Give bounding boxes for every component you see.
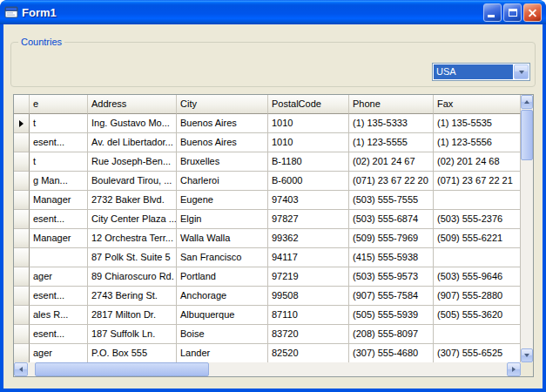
grid-cell[interactable]: Albuquerque [177,306,268,325]
grid-cell[interactable]: (509) 555-7969 [349,229,434,248]
minimize-button[interactable] [483,3,502,22]
grid-cell[interactable]: (503) 555-6874 [349,210,434,229]
grid-cell[interactable] [434,325,521,344]
column-header-fax[interactable]: Fax [434,95,521,114]
grid-cell[interactable]: (907) 555-7584 [349,287,434,306]
grid-cell[interactable]: Manager [30,229,88,248]
grid-cell[interactable]: esent... [30,210,88,229]
grid-cell[interactable]: 187 Suffolk Ln. [88,325,177,344]
grid-cell[interactable]: (071) 23 67 22 20 [349,172,434,191]
grid-cell[interactable]: ager [30,344,88,362]
grid-cell[interactable]: (509) 555-6221 [434,229,521,248]
grid-cell[interactable]: ales R... [30,306,88,325]
grid-cell[interactable]: P.O. Box 555 [88,344,177,362]
grid-cell[interactable]: 97827 [268,210,349,229]
grid-cell[interactable]: B-1180 [268,152,349,172]
grid-cell[interactable]: 89 Chiaroscuro Rd. [88,267,177,287]
grid-cell[interactable]: 99362 [268,229,349,248]
row-header[interactable] [14,306,30,325]
row-header[interactable] [14,229,30,248]
country-combobox-dropdown-button[interactable] [514,64,529,79]
column-header-e[interactable]: e [30,95,88,114]
grid-cell[interactable] [434,191,521,210]
grid-cell[interactable]: (907) 555-2880 [434,287,521,306]
grid-cell[interactable]: ager [30,267,88,287]
row-header[interactable] [14,191,30,210]
grid-cell[interactable]: 2743 Bering St. [88,287,177,306]
row-header[interactable] [14,248,30,267]
grid-cell[interactable]: (02) 201 24 68 [434,152,521,172]
grid-cell[interactable]: (307) 555-4680 [349,344,434,362]
column-header-postalcode[interactable]: PostalCode [268,95,349,114]
grid-cell[interactable]: 2732 Baker Blvd. [88,191,177,210]
grid-cell[interactable]: 97403 [268,191,349,210]
row-header[interactable] [14,267,30,287]
grid-cell[interactable]: 83720 [268,325,349,344]
grid-cell[interactable]: esent... [30,287,88,306]
scroll-up-button[interactable] [521,95,533,109]
grid-cell[interactable]: (503) 555-9573 [349,267,434,287]
grid-cell[interactable]: Elgin [177,210,268,229]
column-header-address[interactable]: Address [88,95,177,114]
grid-cell[interactable]: Av. del Libertador... [88,133,177,152]
grid-cell[interactable]: t [30,152,88,172]
grid-cell[interactable]: 94117 [268,248,349,267]
grid-cell[interactable]: 87 Polk St. Suite 5 [88,248,177,267]
horizontal-scrollbar[interactable] [14,362,521,376]
grid-cell[interactable]: Portland [177,267,268,287]
grid-cell[interactable]: 12 Orchestra Terr... [88,229,177,248]
row-header[interactable] [14,172,30,191]
grid-cell[interactable]: Buenos Aires [177,133,268,152]
grid-cell[interactable]: (503) 555-9646 [434,267,521,287]
vertical-scrollbar[interactable] [521,95,533,362]
grid-cell[interactable]: (02) 201 24 67 [349,152,434,172]
titlebar[interactable]: Form1 [0,0,546,24]
grid-cell[interactable]: City Center Plaza ... [88,210,177,229]
grid-cell[interactable]: esent... [30,325,88,344]
grid-cell[interactable]: esent... [30,133,88,152]
row-header[interactable] [14,287,30,306]
row-header[interactable] [14,133,30,152]
grid-cell[interactable]: (208) 555-8097 [349,325,434,344]
grid-cell[interactable]: Boise [177,325,268,344]
grid-cell[interactable]: (307) 555-6525 [434,344,521,362]
grid-corner-header[interactable] [14,95,30,114]
grid-cell[interactable]: 1010 [268,114,349,133]
grid-cell[interactable]: (1) 135-5535 [434,114,521,133]
row-header[interactable] [14,152,30,172]
grid-cell[interactable]: Buenos Aires [177,114,268,133]
grid-cell[interactable]: Manager [30,191,88,210]
scroll-right-button[interactable] [507,362,521,376]
grid-cell[interactable] [434,248,521,267]
grid-cell[interactable]: (505) 555-5939 [349,306,434,325]
close-button[interactable] [523,3,542,22]
grid-cell[interactable]: (415) 555-5938 [349,248,434,267]
row-header[interactable] [14,325,30,344]
grid-cell[interactable]: 82520 [268,344,349,362]
country-combobox[interactable]: USA [432,63,530,81]
grid-cell[interactable]: Anchorage [177,287,268,306]
grid-cell[interactable]: (071) 23 67 22 21 [434,172,521,191]
grid-cell[interactable]: Lander [177,344,268,362]
grid-cell[interactable]: 99508 [268,287,349,306]
vertical-scrollbar-thumb[interactable] [521,110,533,160]
grid-cell[interactable]: (503) 555-2376 [434,210,521,229]
grid-cell[interactable]: Bruxelles [177,152,268,172]
grid-cell[interactable] [30,248,88,267]
grid-cell[interactable]: t [30,114,88,133]
grid-cell[interactable]: Eugene [177,191,268,210]
column-header-phone[interactable]: Phone [349,95,434,114]
horizontal-scrollbar-thumb[interactable] [35,362,209,376]
grid-cell[interactable]: B-6000 [268,172,349,191]
grid-cell[interactable]: 1010 [268,133,349,152]
grid-cell[interactable]: Walla Walla [177,229,268,248]
grid-cell[interactable]: g Man... [30,172,88,191]
grid-cell[interactable]: Rue Joseph-Ben... [88,152,177,172]
grid-cell[interactable]: (505) 555-3620 [434,306,521,325]
grid-cell[interactable]: (1) 135-5333 [349,114,434,133]
scroll-down-button[interactable] [521,348,533,362]
row-header[interactable] [14,344,30,362]
grid-cell[interactable]: 2817 Milton Dr. [88,306,177,325]
row-header[interactable] [14,114,30,133]
grid-cell[interactable]: (1) 123-5556 [434,133,521,152]
